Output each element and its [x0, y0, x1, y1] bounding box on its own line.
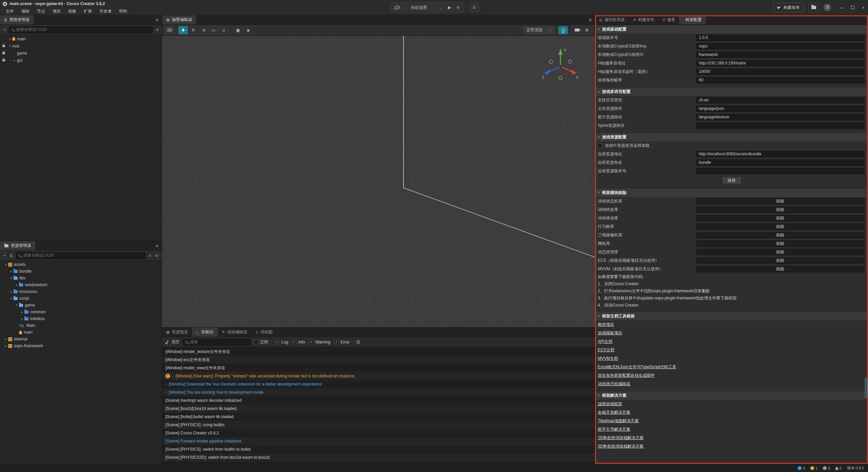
- move-tool-button[interactable]: ✚: [178, 26, 188, 34]
- solution-link[interactable]: Tiledmap地图解决方案: [598, 418, 639, 424]
- console-message-row[interactable]: ! › [Scene] [box2d]:box2d wasm lib loade…: [162, 405, 595, 413]
- restore-button[interactable]: [851, 6, 854, 9]
- asset-node[interactable]: ▸ oops-framework: [0, 342, 162, 349]
- doc-link[interactable]: MVVM文档: [598, 356, 618, 361]
- delete-module-button[interactable]: 剔除: [696, 240, 865, 247]
- console-message-row[interactable]: ! › [Scene] [PHYSICS]: using builtin.: [162, 421, 595, 429]
- hierarchy-node[interactable]: game: [0, 50, 162, 57]
- asset-node[interactable]: ▾ game: [0, 302, 162, 309]
- text-input[interactable]: [696, 168, 865, 174]
- text-input[interactable]: oops: [696, 43, 865, 50]
- console-message-row[interactable]: ! › [Scene] [bullet]:bullet wasm lib loa…: [162, 413, 595, 421]
- section-header[interactable]: ˅ 游戏基础配置: [595, 25, 868, 34]
- sort-assets-button[interactable]: ⇅: [9, 253, 14, 258]
- expand-chevron-icon[interactable]: ▾: [7, 37, 12, 41]
- open-log-file-button[interactable]: [357, 340, 360, 344]
- console-message-row[interactable]: ! › [Window] [Vue warn]: Property "onInp…: [162, 372, 595, 380]
- console-message-row[interactable]: ! › [Scene] Cocos Creator v3.8.2: [162, 429, 595, 437]
- console-tab[interactable]: ›_ 控制台: [192, 328, 218, 337]
- panel-menu-button[interactable]: ≡: [586, 15, 595, 24]
- lighting-toggle-button[interactable]: [558, 26, 568, 34]
- delete-module-button[interactable]: 剔除: [696, 249, 865, 255]
- delete-module-button[interactable]: 剔除: [696, 198, 865, 204]
- play-button[interactable]: ▶: [445, 3, 454, 12]
- doc-link[interactable]: 游戏模板项目: [598, 330, 622, 336]
- doc-link[interactable]: 原生包热更新配置自动生成插件: [598, 373, 655, 378]
- text-input[interactable]: framework: [696, 52, 865, 58]
- doc-link[interactable]: 教程项目: [598, 322, 614, 328]
- section-header[interactable]: ˅ 框架解决方案: [595, 391, 868, 400]
- console-tab[interactable]: ▧ 资源预览: [162, 328, 192, 337]
- expand-chevron-icon[interactable]: ▸: [12, 59, 17, 62]
- pivot-toggle-button[interactable]: ▣: [233, 26, 243, 34]
- console-search-input[interactable]: 搜索: [183, 339, 251, 346]
- checkbox-checked[interactable]: ✓: [334, 340, 339, 344]
- asset-node[interactable]: ▾ libs: [0, 275, 162, 281]
- doc-link[interactable]: API文档: [598, 339, 612, 345]
- remote-load-checkbox[interactable]: [598, 143, 602, 148]
- expand-chevron-icon[interactable]: ▸: [3, 344, 8, 348]
- solution-link[interactable]: 2D角色扮演游戏解决方案: [598, 435, 644, 441]
- mode-3d-toggle[interactable]: 3D: [165, 26, 174, 34]
- menu-item[interactable]: 节点: [34, 8, 48, 15]
- expand-chevron-icon[interactable]: ▸: [3, 337, 8, 341]
- text-input[interactable]: http://localhost:8083/assets/bundle: [696, 151, 865, 157]
- console-message-row[interactable]: ! › [Scene] [PHYSICS]: switch from built…: [162, 445, 595, 453]
- asset-node[interactable]: main: [0, 329, 162, 336]
- expand-chevron-icon[interactable]: ▸: [20, 317, 24, 320]
- expand-chevron-icon[interactable]: ▸: [9, 270, 14, 273]
- asset-node[interactable]: ▸ resources: [0, 288, 162, 295]
- menu-item[interactable]: 开发者: [96, 8, 115, 15]
- step-button[interactable]: ↻: [454, 3, 462, 12]
- hierarchy-node[interactable]: ▾ main: [0, 35, 162, 42]
- inspector-tab[interactable]: ∷ 服务: [658, 15, 679, 24]
- text-input[interactable]: 60: [696, 77, 865, 83]
- text-input[interactable]: 1.0.5: [696, 35, 865, 41]
- warning-counter[interactable]: 1: [810, 466, 817, 470]
- info-counter[interactable]: 3: [798, 466, 805, 470]
- text-input[interactable]: zh,en: [696, 97, 865, 103]
- panel-menu-button[interactable]: ≡: [152, 241, 162, 250]
- hierarchy-search-input[interactable]: 搜索名称或 UUID: [9, 26, 153, 33]
- create-node-button[interactable]: +: [3, 27, 6, 32]
- clear-console-button[interactable]: 清空: [165, 339, 179, 345]
- console-message-row[interactable]: ! › [Window] ecs文件夹存在: [162, 356, 595, 364]
- create-asset-button[interactable]: +: [3, 253, 6, 258]
- expand-chevron-icon[interactable]: ›: [165, 390, 167, 394]
- menu-item[interactable]: 编辑: [18, 8, 33, 15]
- filter-type-button[interactable]: ≡: [155, 27, 159, 32]
- log-filter-checkbox[interactable]: ✓ Warning: [309, 340, 330, 345]
- console-message-row[interactable]: ! › [Window] You are running Vue in deve…: [162, 388, 595, 396]
- console-tab[interactable]: ◇ 动画图: [251, 328, 276, 337]
- hierarchy-node[interactable]: ▾ root: [0, 42, 162, 50]
- preview-target-button[interactable]: ⌄: [392, 3, 406, 12]
- delete-module-button[interactable]: 剔除: [696, 206, 865, 213]
- scene-viewport[interactable]: Y X Z: [162, 36, 595, 327]
- solution-link[interactable]: 战棋游戏框架: [598, 401, 622, 407]
- scrollbar-thumb[interactable]: [865, 378, 867, 398]
- panel-menu-button[interactable]: ≡: [152, 15, 162, 24]
- text-input[interactable]: language/texture: [696, 114, 865, 120]
- filter-assets-button[interactable]: ≡: [148, 253, 152, 258]
- menu-item[interactable]: 扩展: [81, 8, 95, 15]
- close-button[interactable]: ×: [862, 5, 865, 10]
- text-input[interactable]: 10000: [696, 68, 865, 75]
- doc-link[interactable]: ECS文档: [598, 347, 614, 353]
- section-header[interactable]: ˅ 游戏资源配置: [595, 133, 868, 141]
- inspector-tab[interactable]: 框架配置: [679, 15, 706, 24]
- expand-chevron-icon[interactable]: ▸: [9, 290, 14, 293]
- console-message-row[interactable]: ! › [Window] model_view文件夹存在: [162, 364, 595, 372]
- expand-chevron-icon[interactable]: ▾: [9, 297, 14, 300]
- log-filter-checkbox[interactable]: ✓ Info: [292, 340, 305, 345]
- regex-checkbox[interactable]: 正则: [254, 339, 268, 345]
- expand-chevron-icon[interactable]: ▸: [20, 310, 24, 314]
- rect-tool-button[interactable]: ▭: [209, 26, 218, 34]
- rotate-tool-button[interactable]: ↻: [189, 26, 198, 34]
- orientation-gizmo[interactable]: Y X Z: [541, 45, 581, 88]
- delete-module-button[interactable]: 剔除: [696, 223, 865, 230]
- scene-settings-button[interactable]: ⚙: [582, 26, 592, 34]
- checkbox-checked[interactable]: ✓: [275, 340, 280, 344]
- log-filter-checkbox[interactable]: ✓ Error: [334, 340, 350, 345]
- expand-chevron-icon[interactable]: ▾: [7, 44, 12, 48]
- text-input[interactable]: language/json: [696, 105, 865, 112]
